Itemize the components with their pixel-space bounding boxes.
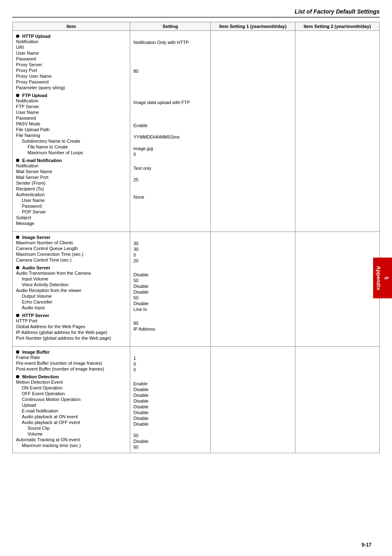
setting2-cell — [295, 347, 379, 453]
main-table: Item Setting Item Setting 1 (year/month/… — [12, 22, 380, 453]
appendix-tab: 5 Appendix — [373, 257, 392, 298]
appendix-label: Appendix — [376, 266, 382, 290]
item-cell: HTTP UploadNotificationURIUser NamePassw… — [13, 31, 130, 232]
setting1-cell — [211, 31, 295, 232]
setting1-cell — [211, 232, 295, 347]
setting1-cell — [211, 347, 295, 453]
page-title: List of Factory Default Settings — [12, 8, 380, 18]
header-setting: Setting — [130, 22, 210, 31]
header-item: Item — [13, 22, 130, 31]
header-setting2: Item Setting 2 (year/month/day) — [295, 22, 379, 31]
table-row: HTTP UploadNotificationURIUser NamePassw… — [13, 31, 380, 232]
setting2-cell — [295, 31, 379, 232]
setting-cell: 3030020 Disable50DisableDisable50Disable… — [130, 232, 210, 347]
item-cell: Image ServerMaximum Number of ClientsCam… — [13, 232, 130, 347]
setting-cell: Notification Only with HTTP 80 Image dat… — [130, 31, 210, 232]
table-row: Image BufferFrame RatePre-event Buffer (… — [13, 347, 380, 453]
appendix-num: 5 — [383, 276, 390, 279]
item-cell: Image BufferFrame RatePre-event Buffer (… — [13, 347, 130, 453]
page-number: 5-17 — [362, 542, 371, 548]
setting-cell: 100 EnableDisableDisableDisableDisableDi… — [130, 347, 210, 453]
header-setting1: Item Setting 1 (year/month/day) — [211, 22, 295, 31]
table-row: Image ServerMaximum Number of ClientsCam… — [13, 232, 380, 347]
setting2-cell — [295, 232, 379, 347]
